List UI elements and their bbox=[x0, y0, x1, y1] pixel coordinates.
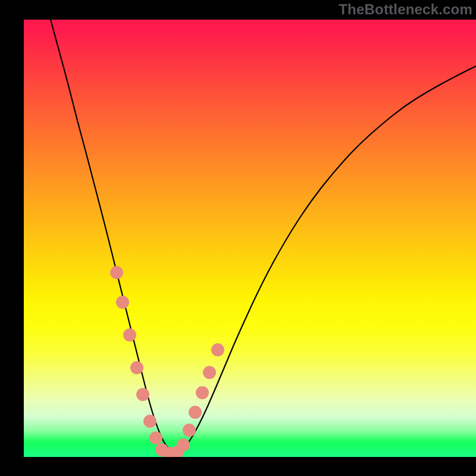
data-marker bbox=[183, 424, 196, 437]
data-marker bbox=[196, 386, 209, 399]
bottleneck-curve bbox=[51, 20, 476, 453]
data-marker bbox=[116, 296, 129, 309]
watermark-text: TheBottleneck.com bbox=[339, 1, 472, 18]
data-marker bbox=[211, 343, 224, 356]
data-marker bbox=[203, 366, 216, 379]
data-marker bbox=[177, 439, 190, 452]
chart-frame: TheBottleneck.com bbox=[0, 0, 476, 476]
chart-svg bbox=[24, 20, 476, 457]
data-marker bbox=[136, 388, 149, 401]
data-marker bbox=[130, 361, 143, 374]
data-markers bbox=[110, 266, 224, 457]
data-marker bbox=[149, 431, 162, 444]
data-marker bbox=[189, 406, 202, 419]
data-marker bbox=[143, 415, 156, 428]
data-marker bbox=[123, 328, 136, 342]
series-curve bbox=[51, 20, 476, 453]
plot-area bbox=[24, 20, 476, 457]
data-marker bbox=[110, 266, 123, 279]
